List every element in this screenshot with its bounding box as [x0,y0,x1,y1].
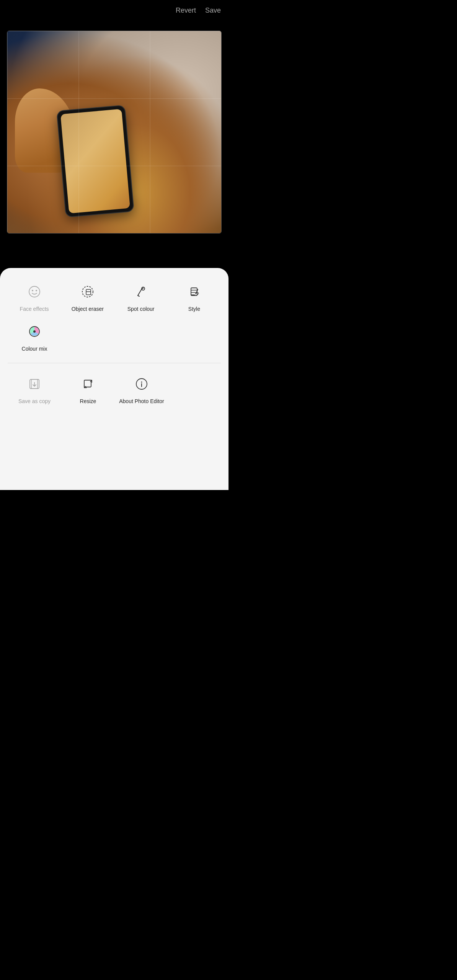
svg-rect-10 [191,288,197,296]
about-photo-editor-action[interactable]: About Photo Editor [115,369,168,409]
face-effects-label: Face effects [20,305,49,312]
colour-mix-tool[interactable]: Colour mix [8,317,61,357]
revert-button[interactable]: Revert [176,7,196,15]
about-photo-editor-label: About Photo Editor [119,398,164,405]
about-icon [132,374,152,394]
resize-label: Resize [80,398,96,405]
resize-action[interactable]: Resize [61,369,115,409]
colour-mix-icon [24,322,44,341]
svg-point-0 [29,286,40,297]
svg-line-7 [138,296,139,296]
object-eraser-label: Object eraser [72,305,104,312]
save-as-copy-label: Save as copy [18,398,51,405]
top-bar: Revert Save [0,0,228,21]
spot-colour-tool[interactable]: Spot colour [114,277,168,317]
object-eraser-tool[interactable]: Object eraser [61,277,114,317]
svg-rect-4 [86,289,91,295]
spot-colour-icon [131,282,151,302]
svg-point-16 [33,330,36,333]
colour-mix-label: Colour mix [22,345,47,352]
bottom-actions: Save as copy Resize [0,369,228,409]
svg-point-2 [36,290,37,291]
save-as-copy-action[interactable]: Save as copy [8,369,61,409]
face-effects-icon [24,282,44,302]
face-effects-tool[interactable]: Face effects [8,277,61,317]
svg-rect-19 [84,380,91,387]
spot-colour-label: Spot colour [127,305,155,312]
photo-area [7,31,222,234]
style-tool[interactable]: Style [168,277,221,317]
style-icon [184,282,204,302]
phone-in-photo [56,105,134,218]
tool-row-2: Colour mix [0,317,228,357]
svg-point-1 [32,290,33,291]
tool-row-1: Face effects Object eraser [0,277,228,317]
resize-icon [78,374,98,394]
save-button[interactable]: Save [205,7,221,15]
bottom-sheet: Face effects Object eraser [0,268,228,490]
divider [8,363,221,363]
save-as-copy-icon [24,374,44,394]
phone-screen [60,109,130,214]
style-label: Style [188,305,200,312]
svg-point-21 [141,382,142,383]
object-eraser-icon [78,282,98,302]
